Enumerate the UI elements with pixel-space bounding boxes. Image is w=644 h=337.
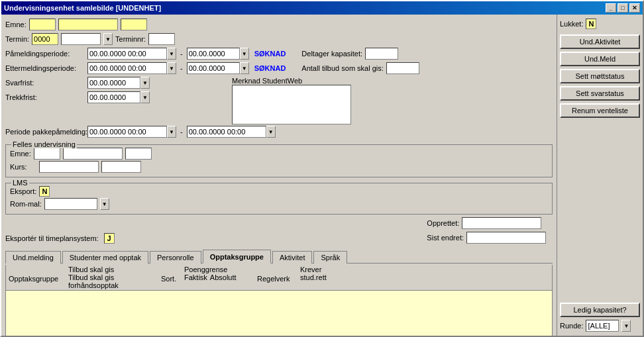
lms-rom-mal-dropdown[interactable]: ▼: [100, 198, 109, 210]
felles-emne-input-2[interactable]: [63, 148, 123, 160]
opprettet-label: Opprettet:: [427, 219, 459, 227]
left-form-col: Svarfrist: ▼ Trekkfrist: ▼: [5, 77, 150, 105]
sist-endret-row: Sist endret:: [427, 232, 546, 244]
pakke-date2-input[interactable]: [187, 126, 266, 138]
tab-bar: Und.melding Studenter med opptak Personr…: [5, 249, 553, 264]
col-header-faktisk: Faktisk: [184, 273, 207, 281]
tab-sprak[interactable]: Språk: [313, 251, 347, 264]
und-aktivitet-button[interactable]: Und.Aktivitet: [560, 34, 640, 49]
pamelding-date2-input[interactable]: [187, 48, 240, 60]
eksporter-row: Eksportér til timeplansystem: J: [5, 233, 115, 244]
termin-dropdown-arrow[interactable]: ▼: [103, 33, 113, 45]
runde-container: Runde: ▼: [560, 320, 640, 332]
trekkfrist-row: Trekkfrist: ▼: [5, 91, 150, 103]
emne-input-1[interactable]: [29, 19, 56, 30]
lms-rom-mal-label: Rom-mal:: [10, 200, 42, 208]
sidebar-spacer: [560, 120, 640, 300]
pameld-soeknad-text: SØKNAD: [254, 50, 286, 58]
svarfrist-row: Svarfrist: ▼: [5, 77, 150, 89]
felles-kurs-label: Kurs:: [10, 163, 27, 171]
trekkfrist-date-input[interactable]: [87, 91, 140, 103]
ettermeldingsperiode-label: Ettermeldingsperiode:: [5, 64, 85, 72]
col-header-sort-line1-empty: [161, 265, 179, 275]
pameldingsperiode-label: Påmeldingsperiode:: [5, 50, 85, 58]
ettermelding-date1-input[interactable]: [87, 62, 167, 74]
pamelding-date1-dropdown[interactable]: ▼: [167, 48, 176, 60]
table-header: Opptaksgruppe Tilbud skal gis Tilbud ska…: [6, 265, 552, 291]
main-window: Undervisningsenhet samlebilde [UNDENHET]…: [0, 0, 644, 337]
tab-opptaksgruppe[interactable]: Opptaksgruppe: [203, 250, 271, 264]
felles-emne-input-3[interactable]: [125, 148, 152, 160]
ledig-kapasitet-button[interactable]: Ledig kapasitet?: [560, 303, 640, 317]
ettermelding-date2-input[interactable]: [187, 62, 240, 74]
svarfrist-date-dropdown[interactable]: ▼: [140, 77, 150, 89]
col-header-krever-line2: stud.rett: [300, 273, 331, 281]
renum-venteliste-button[interactable]: Renum venteliste: [560, 103, 640, 118]
title-bar-buttons: _ □ ✕: [606, 3, 640, 13]
runde-label: Runde:: [560, 322, 583, 330]
minimize-button[interactable]: _: [606, 3, 616, 13]
antall-tilbud-label: Antall tilbud som skal gis:: [301, 64, 384, 72]
close-button[interactable]: ✕: [629, 3, 640, 13]
ettermelding-date1-dropdown[interactable]: ▼: [167, 62, 176, 74]
felles-emne-input-1[interactable]: [34, 148, 60, 160]
termin-row: Termin: ▼ Terminnr:: [5, 33, 553, 45]
emne-input-2[interactable]: [58, 19, 118, 30]
table-content-area: Opptaksgruppe Tilbud skal gis Tilbud ska…: [5, 265, 553, 337]
lukket-row: Lukket: N: [560, 19, 640, 29]
tab-aktivitet[interactable]: Aktivitet: [272, 251, 313, 264]
col-header-krever-line1: Krever: [300, 265, 331, 273]
terminnr-label: Terminnr:: [115, 35, 146, 43]
deltager-kapasitet-input[interactable]: [365, 48, 398, 60]
merknad-textarea[interactable]: [232, 85, 351, 124]
pamelding-date1-input[interactable]: [87, 48, 167, 60]
lukket-value-box: N: [586, 19, 596, 29]
window-title: Undervisningsenhet samlebilde [UNDENHET]: [4, 4, 161, 12]
sett-mottstatus-button[interactable]: Sett møttstatus: [560, 69, 640, 83]
pakke-date2-container: ▼: [187, 126, 276, 138]
tab-personrolle[interactable]: Personrolle: [150, 251, 201, 264]
emne-input-3[interactable]: [121, 19, 147, 30]
opprettet-row: Opprettet:: [427, 217, 546, 229]
trekkfrist-label: Trekkfrist:: [5, 93, 85, 101]
felles-kurs-input-1[interactable]: [39, 161, 99, 173]
table-rows-area: [6, 291, 552, 337]
runde-dropdown[interactable]: ▼: [621, 320, 631, 332]
lms-rom-mal-input[interactable]: [44, 198, 97, 210]
pameldingsperiode-row: Påmeldingsperiode: ▼ - ▼ SØKNAD Deltager…: [5, 48, 553, 60]
felles-emne-row: Emne:: [10, 148, 548, 160]
col-header-opptaksgruppe: Opptaksgruppe: [6, 265, 66, 289]
svarfrist-date-input[interactable]: [87, 77, 140, 89]
tab-studenter-med-opptak[interactable]: Studenter med opptak: [62, 251, 148, 264]
maximize-button[interactable]: □: [617, 3, 628, 13]
ettermelding-date2-dropdown[interactable]: ▼: [240, 62, 249, 74]
felles-kurs-input-2[interactable]: [101, 161, 141, 173]
terminnr-input[interactable]: [148, 33, 175, 45]
opprettet-input[interactable]: [462, 217, 541, 229]
col-header-line1-empty: [9, 265, 63, 275]
termin-label: Termin:: [5, 35, 29, 43]
pakke-date1-dropdown[interactable]: ▼: [167, 126, 176, 138]
termin-dropdown[interactable]: [61, 33, 101, 45]
date-separator-1: -: [180, 50, 183, 58]
pakke-date1-input[interactable]: [87, 126, 167, 138]
felles-emne-label: Emne:: [10, 150, 31, 158]
col-header-poenggrense-line2: Faktisk Absolutt: [184, 273, 252, 281]
trekkfrist-date-dropdown[interactable]: ▼: [140, 91, 150, 103]
pakke-date2-dropdown[interactable]: ▼: [266, 126, 276, 138]
ettermeldingsperiode-row: Ettermeldingsperiode: ▼ - ▼ SØKNAD Antal…: [5, 62, 553, 74]
pakke-date1-container: ▼: [87, 126, 176, 138]
und-meld-button[interactable]: Und.Meld: [560, 52, 640, 66]
tab-und-melding[interactable]: Und.melding: [5, 251, 61, 264]
sett-svarstatus-button[interactable]: Sett svarstatus: [560, 86, 640, 101]
runde-input[interactable]: [586, 320, 619, 332]
sist-endret-input[interactable]: [466, 232, 546, 244]
sidebar: Lukket: N Und.Aktivitet Und.Meld Sett mø…: [557, 15, 643, 336]
pamelding-date2-dropdown[interactable]: ▼: [240, 48, 249, 60]
etter-soeknad-text: SØKNAD: [254, 64, 286, 72]
title-bar: Undervisningsenhet samlebilde [UNDENHET]…: [1, 1, 643, 15]
antall-tilbud-input[interactable]: [386, 62, 419, 74]
lms-rom-mal-row: Rom-mal: ▼: [10, 198, 548, 210]
col-header-opptaksgruppe-label: Opptaksgruppe: [9, 275, 63, 283]
termin-input[interactable]: [32, 33, 58, 45]
